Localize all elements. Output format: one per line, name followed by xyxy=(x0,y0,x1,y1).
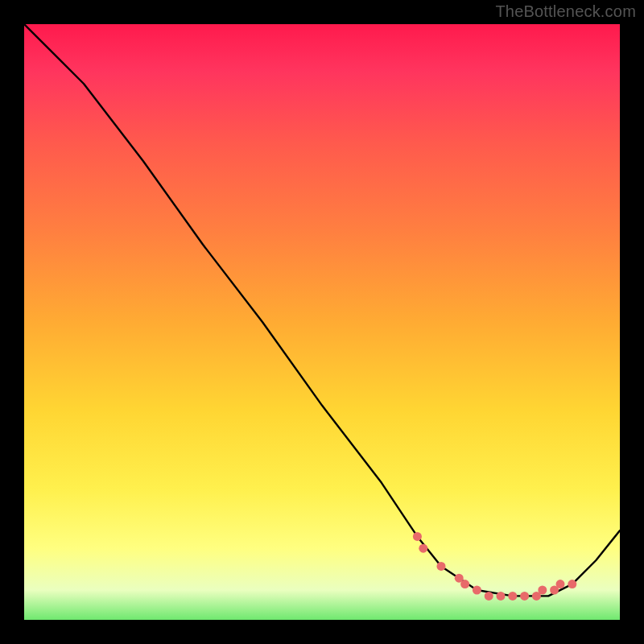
marker-dot xyxy=(556,580,565,588)
chart-svg xyxy=(24,24,620,620)
marker-dot xyxy=(419,544,427,553)
marker-dot xyxy=(508,592,517,601)
marker-dot xyxy=(460,580,469,588)
chart-frame: TheBottleneck.com xyxy=(0,0,644,644)
curve-line xyxy=(24,24,620,596)
plot-area xyxy=(24,24,620,620)
marker-dot xyxy=(473,586,481,595)
watermark-text: TheBottleneck.com xyxy=(495,2,636,21)
marker-dot xyxy=(437,562,446,571)
marker-dot xyxy=(413,532,422,541)
marker-dot xyxy=(538,586,547,595)
marker-dot xyxy=(520,592,529,601)
marker-dot xyxy=(568,580,576,588)
highlight-markers xyxy=(413,532,576,601)
marker-dot xyxy=(485,592,493,601)
marker-dot xyxy=(497,592,506,601)
